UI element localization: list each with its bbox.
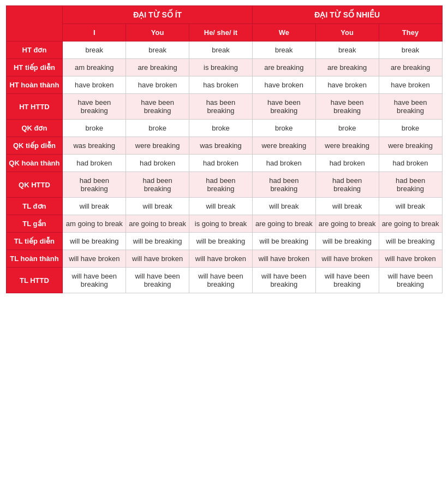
cell-7-2: had been breaking xyxy=(189,172,253,198)
corner-cell xyxy=(6,6,63,42)
cell-1-4: are breaking xyxy=(315,59,379,76)
cell-0-5: break xyxy=(379,42,442,59)
cell-0-0: break xyxy=(63,42,126,59)
cell-8-0: will break xyxy=(63,198,126,215)
row-label-0: HT đơn xyxy=(6,42,63,59)
row-label-3: HT HTTD xyxy=(6,94,63,120)
cell-5-0: was breaking xyxy=(63,137,126,155)
cell-8-1: will break xyxy=(126,198,189,215)
cell-8-4: will break xyxy=(315,198,379,215)
cell-9-2: is going to break xyxy=(189,215,253,233)
cell-12-1: will have been breaking xyxy=(126,268,189,293)
cell-0-4: break xyxy=(315,42,379,59)
row-label-7: QK HTTD xyxy=(6,172,63,198)
cell-4-4: broke xyxy=(315,120,379,137)
cell-5-2: was breaking xyxy=(189,137,253,155)
cell-12-3: will have been breaking xyxy=(252,268,315,293)
cell-11-3: will have broken xyxy=(252,250,315,268)
cell-2-1: have broken xyxy=(126,76,189,94)
cell-9-5: are going to break xyxy=(379,215,442,233)
row-label-10: TL tiếp diễn xyxy=(6,233,63,250)
cell-9-1: are going to break xyxy=(126,215,189,233)
cell-3-0: have been breaking xyxy=(63,94,126,120)
row-label-1: HT tiếp diễn xyxy=(6,59,63,76)
cell-12-4: will have been breaking xyxy=(315,268,379,293)
cell-4-2: broke xyxy=(189,120,253,137)
cell-10-4: will be breaking xyxy=(315,233,379,250)
cell-9-4: are going to break xyxy=(315,215,379,233)
cell-7-4: had been breaking xyxy=(315,172,379,198)
row-label-11: TL hoàn thành xyxy=(6,250,63,268)
table-wrapper: ĐẠI TỪ SỐ ÍTĐẠI TỪ SỐ NHIỀUIYouHe/ she/ … xyxy=(6,5,443,293)
pronoun-2: He/ she/ it xyxy=(189,24,253,42)
cell-10-3: will be breaking xyxy=(252,233,315,250)
cell-10-5: will be breaking xyxy=(379,233,442,250)
row-label-8: TL đơn xyxy=(6,198,63,215)
pronoun-1: You xyxy=(126,24,189,42)
cell-2-5: have broken xyxy=(379,76,442,94)
cell-10-0: will be breaking xyxy=(63,233,126,250)
cell-3-5: have been breaking xyxy=(379,94,442,120)
cell-1-0: am breaking xyxy=(63,59,126,76)
cell-6-3: had broken xyxy=(252,155,315,172)
pronoun-3: We xyxy=(252,24,315,42)
cell-4-5: broke xyxy=(379,120,442,137)
cell-12-0: will have been breaking xyxy=(63,268,126,293)
row-label-4: QK đơn xyxy=(6,120,63,137)
cell-7-3: had been breaking xyxy=(252,172,315,198)
cell-11-0: will have broken xyxy=(63,250,126,268)
cell-7-0: had been breaking xyxy=(63,172,126,198)
cell-6-0: had broken xyxy=(63,155,126,172)
cell-1-1: are breaking xyxy=(126,59,189,76)
cell-12-5: will have been breaking xyxy=(379,268,442,293)
row-label-12: TL HTTD xyxy=(6,268,63,293)
cell-3-2: has been breaking xyxy=(189,94,253,120)
cell-5-4: were breaking xyxy=(315,137,379,155)
cell-7-5: had been breaking xyxy=(379,172,442,198)
cell-10-1: will be breaking xyxy=(126,233,189,250)
cell-0-1: break xyxy=(126,42,189,59)
cell-9-3: are going to break xyxy=(252,215,315,233)
cell-8-2: will break xyxy=(189,198,253,215)
row-label-5: QK tiếp diễn xyxy=(6,137,63,155)
pronoun-0: I xyxy=(63,24,126,42)
cell-7-1: had been breaking xyxy=(126,172,189,198)
cell-8-5: will break xyxy=(379,198,442,215)
group-header-0: ĐẠI TỪ SỐ ÍT xyxy=(63,6,253,24)
cell-5-5: were breaking xyxy=(379,137,442,155)
cell-9-0: am going to break xyxy=(63,215,126,233)
cell-6-4: had broken xyxy=(315,155,379,172)
row-label-2: HT hoàn thành xyxy=(6,76,63,94)
cell-4-0: broke xyxy=(63,120,126,137)
pronoun-5: They xyxy=(379,24,442,42)
cell-2-3: have broken xyxy=(252,76,315,94)
cell-3-3: have been breaking xyxy=(252,94,315,120)
pronoun-4: You xyxy=(315,24,379,42)
cell-5-3: were breaking xyxy=(252,137,315,155)
cell-0-3: break xyxy=(252,42,315,59)
cell-6-1: had broken xyxy=(126,155,189,172)
cell-0-2: break xyxy=(189,42,253,59)
cell-4-3: broke xyxy=(252,120,315,137)
cell-1-2: is breaking xyxy=(189,59,253,76)
cell-11-1: will have broken xyxy=(126,250,189,268)
cell-2-4: have broken xyxy=(315,76,379,94)
cell-11-2: will have broken xyxy=(189,250,253,268)
cell-6-2: had broken xyxy=(189,155,253,172)
cell-3-4: have been breaking xyxy=(315,94,379,120)
group-header-1: ĐẠI TỪ SỐ NHIỀU xyxy=(252,6,442,24)
row-label-9: TL gần xyxy=(6,215,63,233)
cell-3-1: have been breaking xyxy=(126,94,189,120)
cell-6-5: had broken xyxy=(379,155,442,172)
cell-11-4: will have broken xyxy=(315,250,379,268)
cell-8-3: will break xyxy=(252,198,315,215)
cell-11-5: will have broken xyxy=(379,250,442,268)
cell-2-0: have broken xyxy=(63,76,126,94)
cell-5-1: were breaking xyxy=(126,137,189,155)
cell-10-2: will be breaking xyxy=(189,233,253,250)
conjugation-table: ĐẠI TỪ SỐ ÍTĐẠI TỪ SỐ NHIỀUIYouHe/ she/ … xyxy=(6,5,443,293)
cell-12-2: will have been breaking xyxy=(189,268,253,293)
cell-2-2: has broken xyxy=(189,76,253,94)
cell-1-3: are breaking xyxy=(252,59,315,76)
row-label-6: QK hoàn thành xyxy=(6,155,63,172)
